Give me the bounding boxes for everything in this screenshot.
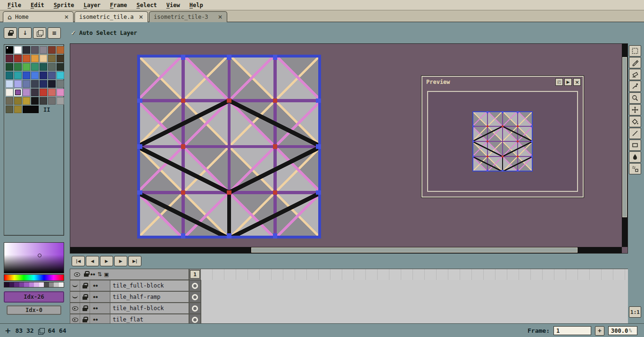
timeline-track-area[interactable]: [201, 280, 628, 323]
palette-swatch-26[interactable]: [48, 72, 56, 79]
palette-swatch-44[interactable]: [23, 97, 30, 105]
shade-segment-2[interactable]: [14, 282, 19, 287]
tool-paint-bucket[interactable]: [629, 116, 641, 127]
padlock-button[interactable]: [4, 27, 17, 39]
palette-swatch-37[interactable]: [23, 89, 30, 96]
tab-isometric-tile[interactable]: isometric_tile.a ×: [74, 11, 148, 22]
palette-swatch-51[interactable]: [23, 106, 39, 113]
palette-swatch-22[interactable]: [14, 72, 22, 79]
shade-segment-1[interactable]: [9, 282, 15, 287]
background-color-button[interactable]: Idx-0: [7, 305, 61, 315]
layer-link-toggle[interactable]: ●●: [90, 303, 101, 313]
palette-swatch-45[interactable]: [31, 97, 39, 105]
layer-name[interactable]: tile_full-block: [110, 280, 189, 291]
shade-segment-10[interactable]: [54, 282, 59, 287]
palette-swatch-38[interactable]: [31, 89, 39, 96]
palette-swatch-6[interactable]: [57, 46, 64, 54]
last-frame-button[interactable]: ▶|: [128, 256, 141, 266]
pixel-ratio-button[interactable]: 1:1: [629, 306, 641, 318]
palette-swatch-15[interactable]: [14, 63, 22, 71]
header-cel-options-icon[interactable]: ▣: [104, 271, 109, 278]
palette-swatch-33[interactable]: [48, 80, 56, 88]
palette-swatch-12[interactable]: [48, 55, 56, 62]
options-menu-button[interactable]: ≡: [48, 27, 61, 39]
tool-move[interactable]: [629, 104, 641, 115]
tab-doc2-close-icon[interactable]: ×: [218, 14, 223, 20]
palette-swatch-49[interactable]: [6, 106, 13, 113]
shade-segment-6[interactable]: [34, 282, 39, 287]
header-lock-icon[interactable]: [84, 271, 89, 278]
layer-cel[interactable]: [189, 314, 201, 323]
auto-select-layer-checkbox[interactable]: ✓ Auto Select Layer: [71, 29, 137, 36]
layer-lock-toggle[interactable]: [80, 314, 90, 323]
palette-swatch-17[interactable]: [31, 63, 39, 71]
hue-slider[interactable]: [4, 274, 64, 281]
menu-frame[interactable]: Frame: [105, 2, 132, 8]
header-onion-skin-icon[interactable]: ⇅: [97, 271, 102, 278]
shade-segment-11[interactable]: [59, 282, 64, 287]
layer-cel[interactable]: [189, 303, 201, 314]
palette-swatch-23[interactable]: [23, 72, 30, 79]
preview-close-button[interactable]: ×: [573, 78, 581, 86]
preview-play-button[interactable]: ▶: [564, 78, 572, 86]
palette-swatch-1[interactable]: [14, 46, 22, 54]
palette-swatch-40[interactable]: [48, 89, 56, 96]
preview-popout-button[interactable]: ◰: [555, 78, 563, 86]
timeline-header-track[interactable]: [201, 269, 628, 280]
palette-swatch-34[interactable]: [57, 80, 64, 88]
layer-link-toggle[interactable]: ●●: [90, 292, 101, 302]
tool-rectangular-marquee[interactable]: [629, 45, 641, 57]
palette-swatch-14[interactable]: [6, 63, 13, 71]
tab-doc1-close-icon[interactable]: ×: [139, 14, 143, 20]
foreground-color-button[interactable]: Idx-26: [4, 291, 64, 303]
tool-ink[interactable]: [629, 151, 641, 163]
shade-segment-4[interactable]: [24, 282, 29, 287]
header-link-icon[interactable]: ●●: [91, 272, 95, 276]
palette-swatch-32[interactable]: [40, 80, 47, 88]
menu-edit[interactable]: Edit: [26, 2, 49, 8]
layer-cel[interactable]: [189, 280, 201, 291]
color-gradient-picker[interactable]: [4, 242, 64, 273]
canvas-h-scrollbar[interactable]: [70, 247, 622, 253]
tool-rectangle[interactable]: [629, 140, 641, 151]
menu-layer[interactable]: Layer: [79, 2, 105, 8]
layer-name[interactable]: tile_half-block: [110, 303, 189, 314]
layer-name[interactable]: tile_flat: [110, 314, 189, 323]
frames-button[interactable]: [33, 27, 46, 39]
palette-swatch-50[interactable]: [14, 106, 22, 113]
add-frame-button[interactable]: +: [595, 326, 604, 336]
layer-name[interactable]: tile_half-ramp: [110, 291, 189, 303]
palette-swatch-46[interactable]: [40, 97, 47, 105]
layer-lock-toggle[interactable]: [80, 292, 90, 302]
layer-link-toggle[interactable]: ●●: [90, 314, 101, 323]
layer-visibility-toggle[interactable]: [70, 280, 80, 291]
tool-line[interactable]: [629, 128, 641, 139]
play-button[interactable]: ▶: [100, 256, 113, 266]
tool-eraser[interactable]: [629, 69, 641, 80]
layer-lock-toggle[interactable]: [80, 280, 90, 291]
tab-home[interactable]: ⌂ Home ×: [3, 11, 74, 22]
palette-swatch-20[interactable]: [57, 63, 64, 71]
shade-segment-5[interactable]: [29, 282, 34, 287]
palette-swatch-27[interactable]: [57, 72, 64, 79]
palette-swatch-4[interactable]: [40, 46, 47, 54]
layer-visibility-toggle[interactable]: [70, 292, 80, 302]
palette-swatch-25[interactable]: [40, 72, 47, 79]
menu-select[interactable]: Select: [132, 2, 161, 8]
palette-swatch-29[interactable]: [14, 80, 22, 88]
preview-titlebar[interactable]: Preview ◰ ▶ ×: [422, 77, 583, 87]
shade-segment-3[interactable]: [19, 282, 25, 287]
shade-segment-0[interactable]: [4, 282, 9, 287]
canvas-v-scrollbar[interactable]: [622, 44, 627, 247]
shade-segment-8[interactable]: [44, 282, 49, 287]
palette-swatch-41[interactable]: [57, 89, 64, 96]
frame-column-header[interactable]: 1: [189, 269, 201, 280]
palette-swatch-19[interactable]: [48, 63, 56, 71]
palette-swatch-9[interactable]: [23, 55, 30, 62]
tool-spray[interactable]: [629, 163, 641, 174]
menu-file[interactable]: File: [3, 2, 26, 8]
layer-visibility-toggle[interactable]: [70, 314, 80, 323]
palette-swatch-13[interactable]: [57, 55, 64, 62]
layer-lock-toggle[interactable]: [80, 303, 90, 313]
next-frame-button[interactable]: ▶: [114, 256, 127, 266]
